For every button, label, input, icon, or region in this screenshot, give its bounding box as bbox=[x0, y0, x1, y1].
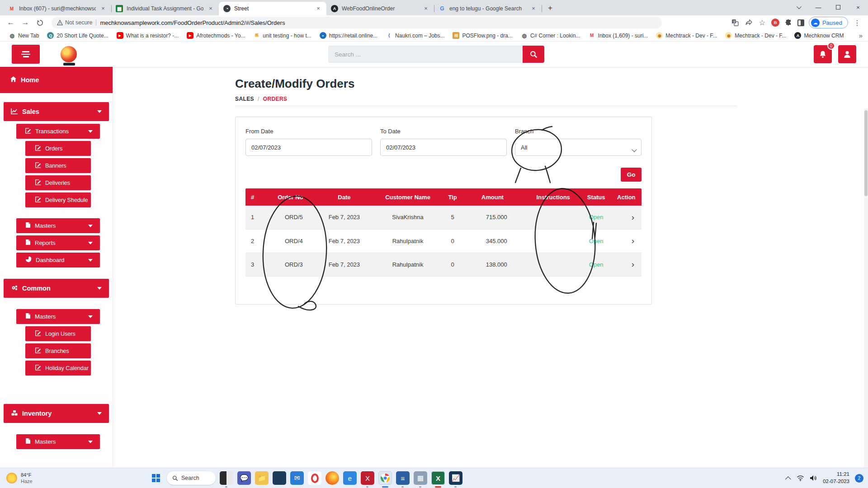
browser-menu-icon[interactable]: ⋮ bbox=[853, 18, 862, 27]
mail-app-icon[interactable]: ✉ bbox=[290, 471, 304, 485]
reload-button[interactable] bbox=[33, 16, 46, 29]
share-icon[interactable] bbox=[744, 18, 753, 27]
bookmark-item[interactable]: What is a resistor? -... bbox=[113, 31, 182, 40]
taskbar-search[interactable]: Search bbox=[167, 471, 216, 485]
bookmark-item[interactable]: https://retail.online... bbox=[316, 31, 381, 40]
order-row[interactable]: 3ORD/3Feb 7, 2023Rahulpatnik0138.000Open… bbox=[245, 253, 642, 276]
breadcrumb-section[interactable]: SALES bbox=[235, 96, 254, 102]
row-expand-chevron-icon[interactable]: › bbox=[611, 229, 642, 253]
sidebar-item-masters[interactable]: Masters bbox=[16, 309, 100, 324]
app-logo[interactable] bbox=[61, 46, 77, 62]
row-expand-chevron-icon[interactable]: › bbox=[611, 253, 642, 276]
sidebar-item-orders[interactable]: Orders bbox=[25, 141, 91, 156]
bookmarks-overflow-icon[interactable]: » bbox=[859, 32, 863, 39]
bookmark-item[interactable]: Mechknow CRM bbox=[791, 31, 847, 40]
tab-close-icon[interactable]: × bbox=[422, 5, 429, 12]
browser-tab[interactable]: Inbox (607) - suri@mechknowsof× bbox=[4, 2, 111, 15]
sidebar-item-sales[interactable]: Sales bbox=[4, 102, 109, 121]
opera-app-icon[interactable] bbox=[308, 471, 321, 485]
tab-close-icon[interactable]: × bbox=[99, 5, 107, 12]
order-row[interactable]: 1ORD/5Feb 7, 2023SivaKrishna5715.000Open… bbox=[245, 206, 642, 229]
sidebar-item-masters[interactable]: Masters bbox=[16, 218, 100, 233]
app-search-button[interactable] bbox=[523, 46, 544, 63]
back-button[interactable]: ← bbox=[5, 16, 17, 29]
sidebar-item-reports[interactable]: Reports bbox=[16, 235, 100, 250]
sidebar-item-home[interactable]: Home bbox=[0, 67, 113, 93]
not-secure-chip[interactable]: Not secure bbox=[57, 19, 92, 26]
order-row[interactable]: 2ORD/4Feb 7, 2023Rahulpatnik0345.000Open… bbox=[245, 229, 642, 253]
sidebar-item-transactions[interactable]: Transactions bbox=[16, 124, 100, 139]
sync-paused-chip[interactable]: ☁ Paused bbox=[809, 17, 848, 28]
teams-app-icon[interactable]: 💬 bbox=[237, 471, 251, 485]
to-date-input[interactable] bbox=[380, 139, 507, 156]
weather-widget[interactable]: 84°F Haze bbox=[0, 472, 149, 485]
xapp-app-icon[interactable]: X bbox=[361, 471, 374, 485]
sidebar-item-masters[interactable]: Masters bbox=[16, 434, 100, 449]
volume-icon[interactable] bbox=[810, 475, 817, 481]
sidebar-item-common[interactable]: Common bbox=[4, 279, 109, 298]
bookmark-item[interactable]: 20 Short Life Quote... bbox=[44, 31, 111, 40]
forward-button[interactable]: → bbox=[19, 16, 32, 29]
from-date-input[interactable] bbox=[245, 139, 372, 156]
sidebar-item-branches[interactable]: Branches bbox=[25, 343, 91, 358]
bookmark-item[interactable]: Mechtrack - Dev - F... bbox=[653, 31, 720, 40]
calculator-app-icon[interactable]: ▦ bbox=[414, 471, 427, 485]
sidebar-item-delivery-shedule[interactable]: Delivery Shedule bbox=[25, 192, 91, 207]
sidebar-toggle-button[interactable] bbox=[12, 45, 40, 64]
tab-close-icon[interactable]: × bbox=[315, 5, 322, 12]
excel-app-icon[interactable]: X bbox=[431, 471, 445, 485]
browser-tab[interactable]: eng to telugu - Google Search× bbox=[434, 2, 542, 15]
sidebar-item-deliveries[interactable]: Deliveries bbox=[25, 175, 91, 190]
sidebar-item-banners[interactable]: Banners bbox=[25, 158, 91, 173]
minimize-button[interactable]: — bbox=[808, 0, 828, 14]
tab-search-icon[interactable] bbox=[788, 0, 808, 14]
taskbar-clock[interactable]: 11:21 02-07-2023 bbox=[823, 471, 849, 485]
photos-app-icon[interactable] bbox=[220, 471, 233, 485]
tray-expand-icon[interactable] bbox=[785, 476, 791, 482]
maximize-button[interactable] bbox=[828, 0, 848, 14]
app-search-input[interactable]: Search ... bbox=[328, 46, 523, 63]
new-tab-button[interactable]: + bbox=[544, 2, 556, 14]
browser-tab[interactable]: Individual Task Assignment - Goo× bbox=[111, 2, 219, 15]
address-bar[interactable]: Not secure mechknowsamplework.com/FoodOr… bbox=[52, 17, 662, 28]
sidebar-item-login-users[interactable]: Login Users bbox=[25, 326, 91, 341]
bookmark-item[interactable]: C# Corner : Lookin... bbox=[518, 31, 584, 40]
edge-app-icon[interactable]: e bbox=[343, 471, 357, 485]
sidebar-item-dashboard[interactable]: Dashboard bbox=[16, 253, 100, 267]
bookmark-item[interactable]: unit testing - how t... bbox=[250, 31, 314, 40]
bookmark-item[interactable]: POSFlow.png - dra... bbox=[449, 31, 515, 40]
bookmark-item[interactable]: Afrotechmods - Yo... bbox=[184, 31, 248, 40]
user-profile-button[interactable] bbox=[838, 45, 856, 63]
notebook-app-icon[interactable]: ≡ bbox=[396, 471, 410, 485]
tab-close-icon[interactable]: × bbox=[530, 5, 537, 12]
bookmark-item[interactable]: Naukri.com – Jobs... bbox=[382, 31, 448, 40]
side-panel-icon[interactable] bbox=[797, 19, 804, 26]
browser-tab[interactable]: WebFoodOnlineOrder× bbox=[326, 2, 434, 15]
bookmark-item[interactable]: Mechtrack - Dev - F... bbox=[722, 31, 789, 40]
start-button[interactable] bbox=[149, 471, 163, 485]
page-scrollbar[interactable] bbox=[864, 108, 868, 488]
notifications-button[interactable]: 0 bbox=[814, 45, 832, 63]
extensions-puzzle-icon[interactable] bbox=[784, 18, 793, 27]
notification-center-badge[interactable]: 2 bbox=[855, 474, 863, 483]
bookmark-star-icon[interactable]: ☆ bbox=[758, 18, 767, 27]
branch-select[interactable]: All bbox=[515, 139, 642, 156]
firefox-app-icon[interactable] bbox=[326, 471, 339, 485]
row-expand-chevron-icon[interactable]: › bbox=[611, 206, 642, 229]
chrome-app-icon[interactable] bbox=[378, 471, 392, 485]
translate-icon[interactable]: 文 bbox=[731, 18, 740, 27]
browser-tab[interactable]: Street× bbox=[219, 2, 326, 15]
go-button[interactable]: Go bbox=[621, 168, 642, 182]
tab-close-icon[interactable]: × bbox=[207, 5, 214, 12]
phone-app-icon[interactable] bbox=[273, 471, 286, 485]
chart-app-icon[interactable]: 📈 bbox=[449, 471, 462, 485]
scrollbar-thumb[interactable] bbox=[864, 110, 868, 196]
sidebar-item-inventory[interactable]: Inventory bbox=[4, 404, 109, 423]
sidebar-item-holiday-calendar[interactable]: Holiday Calendar bbox=[25, 361, 91, 375]
adblock-extension-icon[interactable]: B bbox=[771, 19, 779, 27]
bookmark-item[interactable]: New Tab bbox=[5, 31, 42, 40]
bookmark-item[interactable]: Inbox (1,609) - suri... bbox=[585, 31, 651, 40]
explorer-app-icon[interactable]: 📁 bbox=[255, 471, 269, 485]
close-window-button[interactable]: × bbox=[848, 0, 868, 14]
wifi-icon[interactable] bbox=[797, 475, 804, 481]
